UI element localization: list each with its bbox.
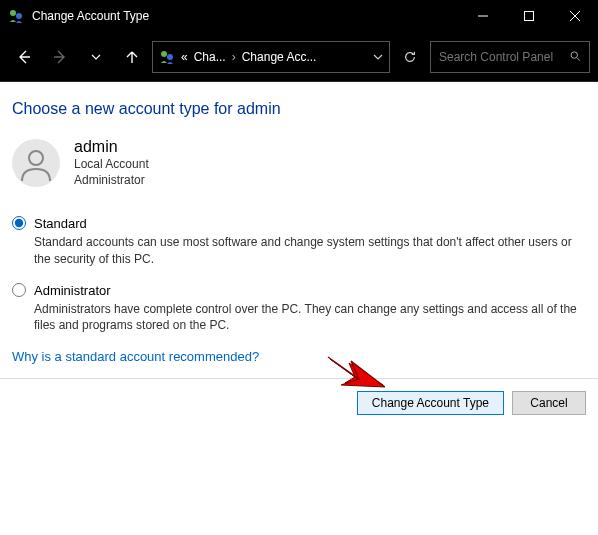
- svg-point-6: [29, 151, 43, 165]
- option-standard: Standard Standard accounts can use most …: [12, 214, 586, 266]
- account-summary: admin Local Account Administrator: [12, 138, 586, 188]
- option-administrator: Administrator Administrators have comple…: [12, 281, 586, 333]
- user-avatar-icon: [18, 145, 54, 181]
- svg-point-5: [571, 52, 577, 58]
- titlebar: Change Account Type: [0, 0, 598, 32]
- close-icon: [570, 11, 580, 21]
- chevron-down-icon[interactable]: [373, 52, 383, 62]
- user-accounts-icon: [8, 8, 24, 24]
- chevron-right-icon: ›: [232, 50, 236, 64]
- back-button[interactable]: [8, 41, 40, 73]
- svg-point-1: [16, 13, 22, 19]
- minimize-icon: [478, 11, 488, 21]
- option-standard-desc: Standard accounts can use most software …: [34, 234, 586, 266]
- avatar: [12, 139, 60, 187]
- forward-arrow-icon: [52, 49, 68, 65]
- option-standard-label[interactable]: Standard: [34, 216, 87, 231]
- account-info: admin Local Account Administrator: [74, 138, 149, 188]
- radio-standard[interactable]: [12, 216, 26, 230]
- main-content: Choose a new account type for admin admi…: [0, 82, 598, 433]
- up-button[interactable]: [116, 41, 148, 73]
- radio-administrator[interactable]: [12, 283, 26, 297]
- divider: [0, 378, 598, 379]
- change-account-type-button[interactable]: Change Account Type: [357, 391, 504, 415]
- search-box[interactable]: [430, 41, 590, 73]
- refresh-button[interactable]: [394, 41, 426, 73]
- cancel-button[interactable]: Cancel: [512, 391, 586, 415]
- forward-button[interactable]: [44, 41, 76, 73]
- close-button[interactable]: [552, 0, 598, 32]
- breadcrumb-item-1[interactable]: Cha...: [194, 50, 226, 64]
- svg-point-0: [10, 10, 16, 16]
- up-arrow-icon: [124, 49, 140, 65]
- search-input[interactable]: [439, 50, 564, 64]
- chevron-down-icon: [91, 52, 101, 62]
- recent-locations-button[interactable]: [80, 41, 112, 73]
- breadcrumb-item-2[interactable]: Change Acc...: [242, 50, 317, 64]
- svg-point-4: [167, 54, 173, 60]
- account-type-options: Standard Standard accounts can use most …: [12, 214, 586, 333]
- user-accounts-icon: [159, 49, 175, 65]
- account-role-label: Administrator: [74, 172, 149, 188]
- address-bar: « Cha... › Change Acc...: [0, 32, 598, 82]
- breadcrumb-prefix: «: [181, 50, 188, 64]
- refresh-icon: [403, 50, 417, 64]
- window-title: Change Account Type: [32, 9, 460, 23]
- window-controls: [460, 0, 598, 32]
- maximize-button[interactable]: [506, 0, 552, 32]
- svg-rect-2: [525, 12, 534, 21]
- account-name: admin: [74, 138, 149, 156]
- account-type-label: Local Account: [74, 156, 149, 172]
- breadcrumb[interactable]: « Cha... › Change Acc...: [152, 41, 390, 73]
- footer-buttons: Change Account Type Cancel: [12, 391, 586, 415]
- minimize-button[interactable]: [460, 0, 506, 32]
- back-arrow-icon: [16, 49, 32, 65]
- help-link[interactable]: Why is a standard account recommended?: [12, 349, 586, 364]
- search-icon: [570, 50, 581, 63]
- option-administrator-desc: Administrators have complete control ove…: [34, 301, 586, 333]
- page-heading: Choose a new account type for admin: [12, 100, 586, 118]
- maximize-icon: [524, 11, 534, 21]
- option-administrator-label[interactable]: Administrator: [34, 283, 111, 298]
- svg-point-3: [161, 51, 167, 57]
